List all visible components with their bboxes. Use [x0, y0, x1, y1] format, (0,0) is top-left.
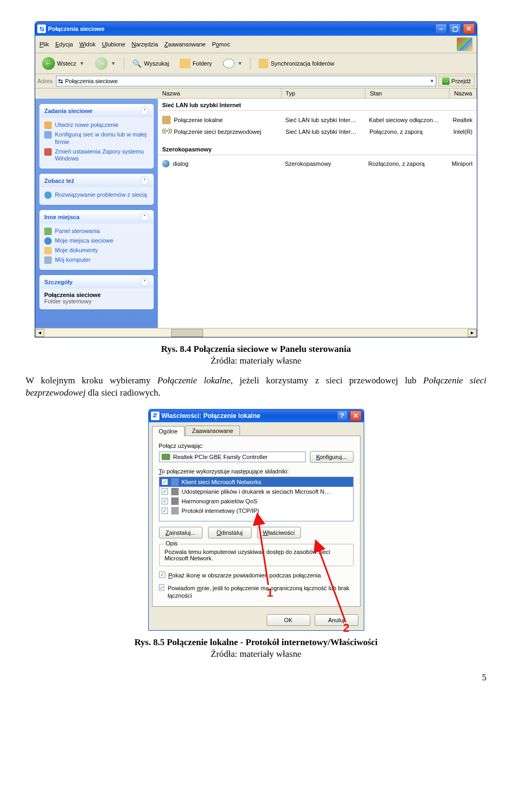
ok-button[interactable]: OK — [267, 614, 310, 626]
see-also-header[interactable]: Zobacz też ˄ — [40, 174, 153, 187]
component-file-sharing[interactable]: ✓ Udostępnianie plików i drukarek w siec… — [159, 487, 353, 496]
connection-row-wifi[interactable]: ((•))Połączenie sieci bezprzewodowej Sie… — [158, 126, 477, 138]
component-client[interactable]: ✓ Klient sieci Microsoft Networks — [159, 477, 353, 487]
tab-advanced[interactable]: Zaawansowane — [185, 425, 240, 436]
details-header[interactable]: Szczegóły ˄ — [40, 276, 153, 288]
separator — [250, 57, 251, 70]
figure-caption-2: Rys. 8.5 Połączenie lokalne - Protokół i… — [26, 637, 486, 648]
folder-sync-icon — [259, 59, 268, 68]
forward-arrow-icon: → — [95, 57, 108, 70]
search-button[interactable]: 🔍 Wyszukaj — [129, 57, 173, 70]
col-type[interactable]: Typ — [282, 89, 366, 98]
other-places-header[interactable]: Inne miejsca ˄ — [40, 211, 153, 223]
menu-tools[interactable]: Narzędzia — [132, 41, 158, 47]
search-label: Wyszukaj — [144, 60, 169, 67]
collapse-icon[interactable]: ˄ — [140, 176, 149, 185]
back-button[interactable]: ← Wstecz ▼ — [38, 55, 88, 71]
component-tcpip[interactable]: ✓ Protokół internetowy (TCP/IP) — [159, 506, 353, 516]
address-label: Adres — [37, 78, 53, 84]
menu-help[interactable]: Pomoc — [212, 41, 230, 47]
install-button[interactable]: Zainstaluj... — [159, 527, 203, 538]
group-broadband-header: Szerokopasmowy — [158, 143, 477, 155]
connection-row-lan[interactable]: Połączenie lokalne Sieć LAN lub szybki I… — [158, 114, 477, 126]
collapse-icon[interactable]: ˄ — [140, 107, 149, 115]
folders-button[interactable]: Foldery — [176, 57, 216, 70]
col-name[interactable]: Nazwa — [158, 89, 282, 98]
maximize-button[interactable]: ▢ — [449, 23, 461, 34]
dialog-titlebar[interactable]: ⇵ Właściwości: Połączenie lokalne ? ✕ — [149, 409, 364, 422]
network-tasks-title: Zadania sieciowe — [44, 108, 92, 114]
description-group: Opis Pozwala temu komputerowi uzyskiwać … — [159, 544, 354, 566]
address-dropdown-icon[interactable]: ▼ — [429, 78, 434, 84]
properties-button[interactable]: Właściwości — [257, 527, 301, 538]
notify-limited-checkbox[interactable]: ✓ Powiadom mnie, jeśli to połączenie ma … — [159, 584, 354, 600]
col-state[interactable]: Stan — [365, 89, 450, 98]
home-network-icon — [44, 131, 52, 139]
col-name2[interactable]: Nazwa — [450, 89, 477, 98]
nic-name: Realtek PCIe GBE Family Controller — [173, 454, 268, 460]
menu-view[interactable]: Widok — [79, 41, 96, 47]
tab-general[interactable]: Ogólne — [152, 426, 185, 436]
see-also-troubleshoot[interactable]: Rozwiązywanie problemów z siecią — [44, 190, 149, 200]
scroll-thumb[interactable] — [171, 329, 203, 337]
go-button[interactable]: → Przejdź — [438, 76, 475, 86]
network-connections-icon: ⇆ — [37, 25, 46, 33]
client-icon — [171, 478, 179, 486]
menu-file[interactable]: Plik — [39, 41, 49, 47]
explorer-toolbar: ← Wstecz ▼ → ▼ 🔍 Wyszukaj Foldery ▼ Sync… — [35, 53, 477, 74]
explorer-titlebar[interactable]: ⇆ Połączenia sieciowe – ▢ ✕ — [35, 22, 477, 36]
menu-advanced[interactable]: Zaawansowane — [164, 41, 205, 47]
menu-favorites[interactable]: Ulubione — [102, 41, 125, 47]
horizontal-scrollbar[interactable]: ◄ ► — [35, 328, 477, 337]
other-control-panel[interactable]: Panel sterowania — [44, 227, 149, 236]
menu-edit[interactable]: Edycja — [55, 41, 73, 47]
checkbox-checked-icon[interactable]: ✓ — [162, 479, 168, 485]
cancel-button[interactable]: Anuluj — [315, 614, 358, 626]
configure-button[interactable]: Konfiguruj... — [310, 451, 354, 463]
checkbox-checked-icon[interactable]: ✓ — [159, 572, 165, 578]
figure-caption-1: Rys. 8.4 Połączenia sieciowe w Panelu st… — [26, 344, 486, 355]
dialog-title: Właściwości: Połączenie lokalne — [162, 412, 260, 420]
task-new-connection[interactable]: Utwórz nowe połączenie — [44, 120, 149, 130]
uninstall-button[interactable]: Odinstaluj — [208, 527, 252, 538]
component-qos[interactable]: ✓ Harmonogram pakietów QoS — [159, 496, 353, 506]
checkbox-checked-icon[interactable]: ✓ — [162, 498, 168, 504]
component-label: Klient sieci Microsoft Networks — [182, 479, 261, 485]
forward-button[interactable]: → ▼ — [91, 55, 119, 71]
other-my-computer[interactable]: Mój komputer — [44, 255, 149, 265]
back-dropdown-icon[interactable]: ▼ — [79, 61, 84, 66]
details-card: Szczegóły ˄ Połączenia sieciowe Folder s… — [39, 275, 154, 309]
folder-sync-button[interactable]: Synchronizacja folderów — [255, 57, 338, 70]
scroll-track[interactable] — [44, 329, 468, 337]
connection-state: Połączono, z zaporą — [370, 128, 453, 135]
other-my-documents[interactable]: Moje dokumenty — [44, 246, 149, 255]
collapse-icon[interactable]: ˄ — [140, 213, 149, 221]
other-network-places[interactable]: Moje miejsca sieciowe — [44, 236, 149, 246]
connection-device: Realtek — [453, 117, 473, 123]
views-button[interactable]: ▼ — [219, 57, 246, 70]
components-listbox[interactable]: ✓ Klient sieci Microsoft Networks ✓ Udos… — [159, 477, 354, 521]
computer-icon — [44, 256, 52, 264]
task-firewall-settings[interactable]: Zmień ustawienia Zapory systemu Windows — [44, 147, 149, 164]
task-setup-home-network[interactable]: Konfiguruj sieć w domu lub w małej firmi… — [44, 130, 149, 147]
forward-dropdown-icon[interactable]: ▼ — [111, 61, 116, 66]
minimize-button[interactable]: – — [435, 23, 447, 34]
checkbox-checked-icon[interactable]: ✓ — [162, 488, 168, 495]
views-dropdown-icon[interactable]: ▼ — [238, 61, 243, 66]
component-label: Udostępnianie plików i drukarek w siecia… — [182, 488, 331, 495]
wizard-icon — [44, 122, 52, 129]
network-tasks-header[interactable]: Zadania sieciowe ˄ — [40, 104, 153, 117]
network-connections-icon: ⇆ — [58, 78, 63, 85]
checkbox-checked-icon[interactable]: ✓ — [162, 508, 168, 514]
close-button[interactable]: ✕ — [463, 23, 475, 34]
checkbox-checked-icon[interactable]: ✓ — [159, 584, 165, 591]
address-input[interactable]: ⇆ Połączenia sieciowe ▼ — [56, 76, 437, 86]
collapse-icon[interactable]: ˄ — [140, 278, 149, 286]
close-button[interactable]: ✕ — [350, 411, 362, 421]
scroll-left-button[interactable]: ◄ — [35, 329, 44, 337]
show-icon-checkbox[interactable]: ✓ Pokaż ikonę w obszarze powiadomień pod… — [159, 572, 354, 579]
help-button[interactable]: ? — [337, 411, 348, 421]
connection-row-broadband[interactable]: dialog Szerokopasmowy Rozłączono, z zapo… — [158, 158, 477, 169]
scroll-right-button[interactable]: ► — [468, 329, 477, 337]
other-places-title: Inne miejsca — [44, 214, 79, 220]
